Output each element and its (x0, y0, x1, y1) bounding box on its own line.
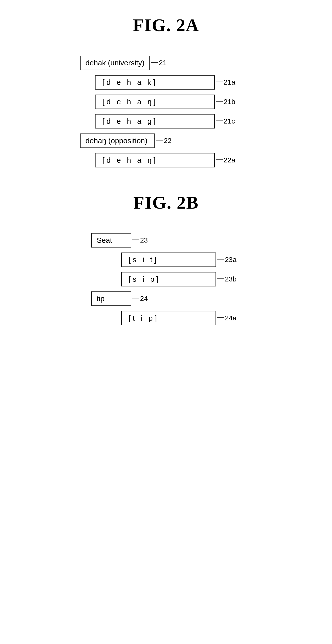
fig2a-section: FIG. 2A dehak (university) 21 [d e h a k… (0, 15, 332, 172)
leader-22a (216, 160, 223, 160)
ref-21b: 21b (224, 98, 236, 106)
page: FIG. 2A dehak (university) 21 [d e h a k… (0, 0, 332, 644)
box-23a: [s i t] (121, 252, 216, 267)
box-24a: [t i p] (121, 311, 216, 325)
fig2b-diagram: Seat 23 [s i t] 23a [s i p] 23b tip 24 (91, 233, 266, 330)
leader-24 (132, 298, 139, 298)
row-22: dehaŋ (opposition) 22 (80, 134, 267, 148)
box-24: tip (91, 292, 131, 306)
leader-22 (156, 140, 163, 140)
fig2a-title: FIG. 2A (133, 15, 199, 36)
row-23a: [s i t] 23a (121, 252, 266, 267)
leader-21c (216, 120, 223, 121)
box-22a: [d e h a ŋ] (95, 153, 215, 168)
leader-23a (217, 259, 224, 260)
leader-23 (132, 240, 139, 240)
row-21c: [d e h a g] 21c (95, 114, 267, 128)
fig2b-section: FIG. 2B Seat 23 [s i t] 23a [s i p] 23b (0, 192, 332, 330)
fig2b-title: FIG. 2B (133, 192, 198, 213)
box-21: dehak (university) (80, 56, 150, 70)
leader-24a (217, 318, 224, 318)
ref-24: 24 (140, 295, 148, 303)
ref-24a: 24a (225, 314, 237, 322)
ref-21a: 21a (224, 78, 236, 86)
ref-23b: 23b (225, 275, 237, 283)
ref-23: 23 (140, 236, 148, 244)
fig2a-diagram: dehak (university) 21 [d e h a k] 21a [d… (80, 56, 267, 172)
box-23b: [s i p] (121, 272, 216, 286)
row-23: Seat 23 (91, 233, 266, 248)
row-21a: [d e h a k] 21a (95, 75, 267, 90)
row-24: tip 24 (91, 292, 266, 306)
row-21b: [d e h a ŋ] 21b (95, 94, 267, 109)
row-23b: [s i p] 23b (121, 272, 266, 286)
leader-21b (216, 101, 223, 102)
leader-21a (216, 82, 223, 82)
leader-21 (151, 62, 158, 63)
box-22: dehaŋ (opposition) (80, 134, 155, 148)
row-21: dehak (university) 21 (80, 56, 267, 70)
row-24a: [t i p] 24a (121, 311, 266, 325)
box-21c: [d e h a g] (95, 114, 215, 128)
box-21a: [d e h a k] (95, 75, 215, 90)
ref-23a: 23a (225, 256, 237, 264)
ref-21: 21 (159, 59, 166, 67)
box-23: Seat (91, 233, 131, 248)
ref-21c: 21c (224, 117, 235, 125)
row-22a: [d e h a ŋ] 22a (95, 153, 267, 168)
ref-22a: 22a (224, 156, 236, 164)
leader-23b (217, 278, 224, 279)
ref-22: 22 (164, 137, 172, 145)
box-21b: [d e h a ŋ] (95, 94, 215, 109)
